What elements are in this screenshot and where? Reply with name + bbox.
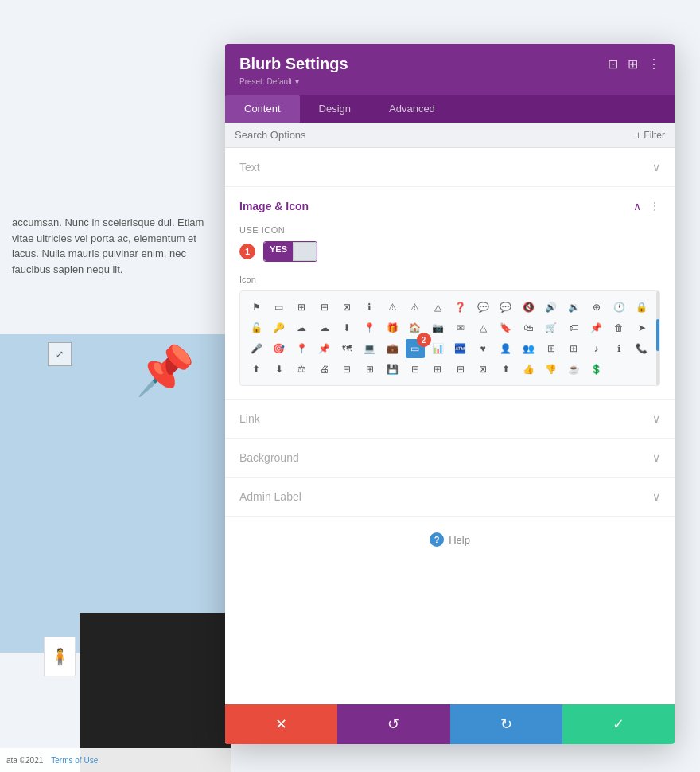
icon-cell-52[interactable]: ℹ [609,339,628,358]
expand-button[interactable]: ⤢ [48,342,72,366]
icon-cell-24[interactable]: 🎁 [383,318,402,337]
icon-cell-12[interactable]: 🔇 [519,298,538,317]
tab-design[interactable]: Design [300,95,370,123]
save-button[interactable]: ✓ [562,704,675,744]
background-section: Background ∨ [225,439,675,478]
icon-cell-37[interactable]: 🎯 [270,339,289,358]
icon-cell-54[interactable]: ⬆ [247,360,266,379]
icon-cell-61[interactable]: ⊟ [406,360,425,379]
icon-cell-50[interactable]: ⊞ [564,339,583,358]
icon-cell-41[interactable]: 💻 [360,339,379,358]
icon-cell-40[interactable]: 🗺 [337,339,356,358]
icon-cell-28[interactable]: △ [473,318,492,337]
icon-cell-26[interactable]: 📷 [428,318,447,337]
icon-cell-23[interactable]: 📍 [360,318,379,337]
cancel-button[interactable]: ✕ [225,704,337,744]
tab-advanced[interactable]: Advanced [370,95,454,123]
icon-cell-67[interactable]: 👎 [542,360,561,379]
icon-cell-64[interactable]: ⊠ [473,360,492,379]
link-section-header[interactable]: Link ∨ [225,400,675,438]
icon-cell-20[interactable]: ☁ [292,318,311,337]
icon-cell-44[interactable]: 📊 [428,339,447,358]
icon-cell-17[interactable]: 🔒 [632,298,651,317]
icon-grid-label: Icon [239,275,660,284]
icon-cell-45[interactable]: 🏧 [451,339,470,358]
icon-cell-16[interactable]: 🕐 [609,298,628,317]
use-icon-toggle[interactable]: YES [263,241,317,262]
icon-cell-69[interactable]: 💲 [587,360,606,379]
icon-cell-49[interactable]: ⊞ [542,339,561,358]
icon-cell-30[interactable]: 🛍 [519,318,538,337]
icon-cell-3[interactable]: ⊟ [315,298,334,317]
icon-cell-60[interactable]: 💾 [383,360,402,379]
icon-cell-31[interactable]: 🛒 [542,318,561,337]
icon-cell-36[interactable]: 🎤 [247,339,266,358]
icon-cell-21[interactable]: ☁ [315,318,334,337]
icon-cell-0[interactable]: ⚑ [247,298,266,317]
icon-cell-38[interactable]: 📍 [292,339,311,358]
icon-cell-46[interactable]: ♥ [473,339,492,358]
icon-cell-55[interactable]: ⬇ [270,360,289,379]
icon-cell-33[interactable]: 📌 [587,318,606,337]
icon-cell-22[interactable]: ⬇ [337,318,356,337]
focus-icon[interactable]: ⊡ [608,57,618,72]
terms-link[interactable]: Terms of Use [51,756,98,765]
icon-cell-34[interactable]: 🗑 [609,318,628,337]
icon-cell-2[interactable]: ⊞ [292,298,311,317]
admin-label-section-header[interactable]: Admin Label ∨ [225,478,675,516]
redo-button[interactable]: ↻ [450,704,562,744]
text-section-header[interactable]: Text ∨ [225,148,675,186]
icon-cell-42[interactable]: 💼 [383,339,402,358]
layout-icon[interactable]: ⊞ [628,57,638,72]
icon-cell-29[interactable]: 🔖 [496,318,515,337]
search-input[interactable] [235,129,636,141]
image-icon-section-header[interactable]: Image & Icon ∧ ⋮ [225,187,675,225]
collapse-icon[interactable]: ∧ [633,200,641,212]
icon-cell-57[interactable]: 🖨 [315,360,334,379]
icon-cell-9[interactable]: ❓ [451,298,470,317]
scrollbar[interactable] [656,291,659,385]
icon-cell-35[interactable]: ➤ [632,318,651,337]
preset-arrow: ▾ [295,77,299,86]
icon-cell-58[interactable]: ⊟ [337,360,356,379]
icon-cell-47[interactable]: 👤 [496,339,515,358]
icon-cell-56[interactable]: ⚖ [292,360,311,379]
icon-cell-1[interactable]: ▭ [270,298,289,317]
icon-cell-66[interactable]: 👍 [519,360,538,379]
icon-cell-10[interactable]: 💬 [473,298,492,317]
icon-cell-48[interactable]: 👥 [519,339,538,358]
icon-cell-68[interactable]: ☕ [564,360,583,379]
icon-cell-63[interactable]: ⊟ [451,360,470,379]
icon-cell-7[interactable]: ⚠ [406,298,425,317]
page-image-area: 📌 [0,334,231,653]
blurb-settings-modal: Blurb Settings ⊡ ⊞ ⋮ Preset: Default ▾ C… [225,44,675,744]
background-section-header[interactable]: Background ∨ [225,439,675,477]
undo-button[interactable]: ↺ [337,704,449,744]
icon-cell-4[interactable]: ⊠ [337,298,356,317]
icon-cell-13[interactable]: 🔊 [542,298,561,317]
page-footer: ata ©2021 Terms of Use [0,748,231,772]
icon-cell-19[interactable]: 🔑 [270,318,289,337]
icon-cell-59[interactable]: ⊞ [360,360,379,379]
icon-cell-62[interactable]: ⊞ [428,360,447,379]
icon-cell-53[interactable]: 📞 [632,339,651,358]
icon-cell-5[interactable]: ℹ [360,298,379,317]
icon-cell-32[interactable]: 🏷 [564,318,583,337]
preset-selector[interactable]: Preset: Default ▾ [239,76,660,87]
tab-content[interactable]: Content [225,95,300,123]
help-label[interactable]: Help [449,534,470,546]
filter-button[interactable]: + Filter [636,130,665,141]
icon-cell-39[interactable]: 📌 [315,339,334,358]
icon-cell-8[interactable]: △ [428,298,447,317]
icon-cell-11[interactable]: 💬 [496,298,515,317]
icon-cell-15[interactable]: ⊕ [587,298,606,317]
section-menu-icon[interactable]: ⋮ [649,200,660,212]
icon-cell-6[interactable]: ⚠ [383,298,402,317]
icon-cell-51[interactable]: ♪ [587,339,606,358]
icon-cell-43[interactable]: ▭2 [406,339,425,358]
icon-cell-27[interactable]: ✉ [451,318,470,337]
icon-cell-14[interactable]: 🔉 [564,298,583,317]
more-icon[interactable]: ⋮ [648,57,660,72]
icon-cell-65[interactable]: ⬆ [496,360,515,379]
icon-cell-18[interactable]: 🔓 [247,318,266,337]
